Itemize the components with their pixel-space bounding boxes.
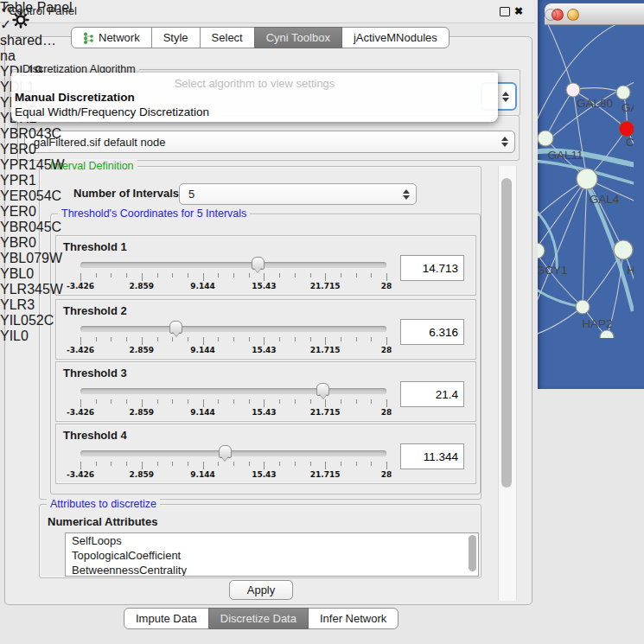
tick-label: -3.426 (67, 408, 94, 417)
tick-label: 28 (381, 470, 392, 479)
slider-tick-labels: -3.4262.8599.14415.4321.71528 (80, 408, 386, 418)
dropdown-option-equal-width-frequency[interactable]: Equal Width/Frequency Discretization (15, 105, 209, 118)
apply-button[interactable]: Apply (229, 580, 293, 600)
table-panel-toolbar: ✓ ✓ (0, 0, 65, 33)
gear-icon[interactable] (12, 11, 29, 29)
numerical-attributes-label: Numerical Attributes (48, 515, 157, 528)
tick-label: 2.859 (130, 470, 154, 479)
network-icon (83, 32, 94, 44)
table-row[interactable]: YLR345WYLR3 (0, 282, 65, 313)
slider-thumb[interactable] (169, 321, 182, 334)
tick-label: 21.715 (310, 470, 341, 479)
network-node-H-node[interactable] (614, 240, 633, 259)
table-cell[interactable]: YBL0 (0, 266, 65, 282)
network-edge (538, 307, 583, 335)
bottom-tab-bar: Impute DataDiscretize DataInfer Network (124, 608, 399, 629)
table-data-combobox[interactable]: galFiltered.sif default node (24, 131, 515, 153)
checkbox-select-icon[interactable]: ✓ (0, 16, 65, 33)
column-header-shared-name[interactable]: shared… (0, 33, 65, 48)
network-node-GCY1[interactable] (538, 243, 545, 258)
number-of-intervals-value: 5 (188, 188, 194, 201)
tab-network[interactable]: Network (71, 27, 152, 48)
network-node-GAL11[interactable] (538, 131, 553, 146)
table-row[interactable]: YPR145WYPR1 (0, 157, 65, 188)
vertical-scrollbar-thumb[interactable] (501, 178, 512, 488)
slider-tick-labels: -3.4262.8599.14415.4321.71528 (80, 282, 386, 291)
threshold-value-input[interactable] (400, 381, 464, 407)
table-cell[interactable]: YLR3 (0, 297, 65, 313)
close-icon[interactable]: ✖ (514, 3, 523, 19)
attribute-list-item[interactable]: TopologicalCoefficient (66, 548, 478, 563)
network-node-HAP2[interactable] (576, 300, 590, 314)
table-header-row: shared… na (0, 33, 65, 64)
table-cell[interactable]: YIL0 (0, 328, 65, 344)
column-header-name[interactable]: na (0, 48, 65, 64)
minimize-traffic-light-icon[interactable] (567, 9, 579, 21)
tab-select[interactable]: Select (200, 27, 255, 48)
tick-label: 28 (381, 282, 392, 290)
slider-track[interactable] (80, 450, 386, 456)
table-cell[interactable]: YBR043C (0, 126, 65, 142)
network-node-top-right[interactable] (616, 86, 630, 99)
tick-label: 28 (381, 346, 392, 354)
float-window-icon[interactable] (500, 7, 510, 16)
attribute-list-item[interactable]: BetweennessCentrality (66, 563, 478, 577)
slider-thumb[interactable] (219, 445, 232, 458)
table-cell[interactable]: YPR1 (0, 173, 65, 188)
group-label-threshold-coordinates: Threshold's Coordinates for 5 Intervals (58, 207, 250, 220)
slider-thumb[interactable] (316, 383, 329, 396)
slider-thumb[interactable] (252, 257, 265, 270)
threshold-panel: Threshold 4 -3.4262.8599.14415.4321.7152… (55, 424, 476, 484)
numerical-attributes-list[interactable]: SelfLoopsTopologicalCoefficientBetweenne… (65, 532, 479, 577)
table-cell[interactable]: YER054C (0, 188, 65, 204)
table-cell[interactable]: YIL052C (0, 313, 65, 328)
slider-ticks (80, 337, 386, 346)
attribute-list-item[interactable]: SelfLoops (66, 533, 478, 548)
table-row[interactable]: YIL052CYIL0 (0, 313, 65, 344)
threshold-label: Threshold 3 (63, 367, 127, 379)
slider-tick-labels: -3.4262.8599.14415.4321.71528 (80, 346, 386, 355)
slider-track[interactable] (80, 388, 386, 394)
table-row[interactable]: YBR045CYBR0 (0, 220, 65, 251)
tab-impute-data[interactable]: Impute Data (124, 608, 209, 629)
table-cell[interactable]: YLR345W (0, 282, 65, 297)
table-cell[interactable]: YPR145W (0, 157, 65, 173)
table-cell[interactable]: YBR0 (0, 142, 65, 157)
network-canvas[interactable]: GAL80GACGAL11GAL4GCY1HHAP2 (538, 0, 644, 341)
table-cell[interactable]: YBR0 (0, 235, 65, 251)
threshold-value-input[interactable] (400, 255, 464, 281)
list-scrollbar-thumb[interactable] (469, 535, 476, 571)
network-node-GAL4[interactable] (577, 169, 597, 189)
table-cell[interactable]: YBL079W (0, 251, 65, 266)
tab-jactivemnodules[interactable]: jActiveMNodules (341, 27, 450, 48)
table-row[interactable]: YER054CYER0 (0, 188, 65, 220)
checkbox-select-icon[interactable]: ✓ (0, 0, 65, 16)
table-cell[interactable]: YER0 (0, 204, 65, 220)
network-node-GAL80[interactable] (566, 83, 580, 97)
threshold-panel: Threshold 2 -3.4262.8599.14415.4321.7152… (55, 299, 476, 360)
table-cell[interactable]: YBR045C (0, 220, 65, 235)
network-window-titlebar[interactable] (545, 3, 644, 25)
tick-label: 2.859 (130, 408, 154, 417)
threshold-panel: Threshold 3 -3.4262.8599.14415.4321.7152… (55, 361, 476, 422)
threshold-value-input[interactable] (400, 319, 464, 345)
slider-track[interactable] (80, 326, 386, 332)
tick-label: 15.43 (252, 408, 276, 417)
tick-label: 9.144 (190, 408, 214, 417)
tab-cyni-toolbox[interactable]: Cyni Toolbox (254, 27, 342, 48)
slider-track[interactable] (80, 262, 386, 268)
number-of-intervals-combobox[interactable]: 5 (179, 183, 417, 205)
table-panel: ✓ ✓ shared… na YDL19…YDL1YDR27…YDR2YBR04… (0, 0, 65, 344)
tick-label: 9.144 (190, 346, 214, 354)
tab-discretize-data[interactable]: Discretize Data (208, 608, 309, 629)
combo-stepper-icon (403, 189, 410, 200)
tab-style[interactable]: Style (151, 27, 201, 48)
dropdown-option-manual-discretization[interactable]: Manual Discretization (15, 91, 135, 104)
table-row[interactable]: YBL079WYBL0 (0, 251, 65, 282)
tab-infer-network[interactable]: Infer Network (308, 608, 399, 629)
network-edge (583, 179, 587, 307)
network-node-red-node[interactable] (619, 121, 634, 137)
threshold-value-input[interactable] (400, 443, 464, 469)
table-row[interactable]: YBR043CYBR0 (0, 126, 65, 157)
zoom-traffic-light-icon[interactable] (545, 9, 557, 21)
